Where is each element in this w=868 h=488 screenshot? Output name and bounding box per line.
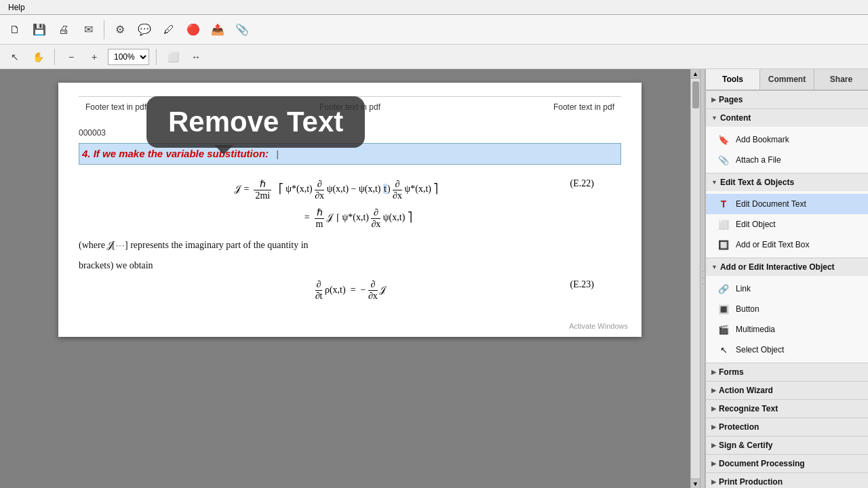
section-action-wizard-header[interactable]: ▶ Action Wizard <box>706 382 868 399</box>
section-recognize-text: ▶ Recognize Text <box>706 400 868 418</box>
add-bookmark-label: Add Bookmark <box>736 135 789 144</box>
interactive-triangle-icon: ▼ <box>711 264 717 270</box>
redact-button[interactable]: 🔴 <box>182 19 204 41</box>
multimedia-icon: 🎬 <box>717 323 730 336</box>
attach-button[interactable]: 📎 <box>231 19 253 41</box>
link-icon: 🔗 <box>717 282 730 296</box>
scroll-thumb[interactable] <box>692 81 699 108</box>
protection-triangle-icon: ▶ <box>711 424 716 430</box>
panel-item-add-bookmark[interactable]: 🔖 Add Bookmark <box>706 129 868 150</box>
eq-number-e22: (E.22) <box>570 178 594 189</box>
section-print-production-label: Print Production <box>719 477 783 487</box>
pdf-scrollbar[interactable]: ▲ ▼ <box>690 69 700 488</box>
attach-file-label: Attach a File <box>736 155 781 165</box>
save-button[interactable]: 💾 <box>28 19 50 41</box>
main-area: Remove Text Footer text in pdf Footer te… <box>0 69 868 488</box>
menu-bar: Help <box>0 0 868 15</box>
email-button[interactable]: ✉ <box>77 19 99 41</box>
section-protection-header[interactable]: ▶ Protection <box>706 418 868 436</box>
right-panel: Tools Comment Share ▶ Pages ▼ Content 🔖 … <box>705 69 868 488</box>
send-button[interactable]: 📤 <box>207 19 229 41</box>
attach-file-icon: 📎 <box>717 153 730 167</box>
zoom-out-button[interactable]: − <box>62 47 81 66</box>
new-button[interactable]: 🗋 <box>4 19 26 41</box>
button-label: Button <box>736 304 760 314</box>
section-recognize-text-label: Recognize Text <box>719 404 778 413</box>
section-pages-header[interactable]: ▶ Pages <box>706 91 868 108</box>
panel-item-edit-doc-text[interactable]: T Edit Document Text <box>706 194 868 214</box>
fit-page-button[interactable]: ⬜ <box>163 47 182 66</box>
settings-button[interactable]: ⚙ <box>109 19 131 41</box>
edit-text-triangle-icon: ▼ <box>711 179 717 186</box>
section-interactive-header[interactable]: ▼ Add or Edit Interactive Object <box>706 258 868 276</box>
section-protection-label: Protection <box>719 422 759 432</box>
secondary-toolbar: ↖ ✋ − + 100% 50% 75% 125% 150% 200% ⬜ ↔ <box>0 45 868 69</box>
panel-item-edit-object[interactable]: ⬜ Edit Object <box>706 214 868 235</box>
pdf-viewer[interactable]: Remove Text Footer text in pdf Footer te… <box>0 69 700 488</box>
document-processing-triangle-icon: ▶ <box>711 460 716 467</box>
menu-help[interactable]: Help <box>5 1 28 14</box>
section-interactive-label: Add or Edit Interactive Object <box>720 262 835 272</box>
panel-item-attach-file[interactable]: 📎 Attach a File <box>706 150 868 170</box>
section-content-body: 🔖 Add Bookmark 📎 Attach a File <box>706 127 868 173</box>
panel-item-select-object[interactable]: ↖ Select Object <box>706 340 868 360</box>
print-button[interactable]: 🖨 <box>53 19 75 41</box>
comment-button[interactable]: 💬 <box>134 19 155 41</box>
recognize-text-triangle-icon: ▶ <box>711 405 716 412</box>
body-text-1: (where 𝒥[⋯] represents the imaginary par… <box>79 238 621 253</box>
section-recognize-text-header[interactable]: ▶ Recognize Text <box>706 400 868 418</box>
select-object-icon: ↖ <box>717 343 730 357</box>
select-tool-button[interactable]: ↖ <box>5 47 24 66</box>
section-interactive: ▼ Add or Edit Interactive Object 🔗 Link … <box>706 258 868 363</box>
tab-tools[interactable]: Tools <box>706 69 760 89</box>
zoom-in-button[interactable]: + <box>85 47 104 66</box>
forms-triangle-icon: ▶ <box>711 369 716 375</box>
pages-triangle-icon: ▶ <box>711 96 716 103</box>
tooltip-text: Remove Text <box>168 106 343 138</box>
panel-item-multimedia[interactable]: 🎬 Multimedia <box>706 319 868 340</box>
section-print-production-header[interactable]: ▶ Print Production <box>706 473 868 488</box>
section-print-production: ▶ Print Production <box>706 473 868 488</box>
link-label: Link <box>736 284 751 293</box>
select-object-label: Select Object <box>736 345 784 354</box>
fit-width-button[interactable]: ↔ <box>186 47 205 66</box>
body-text-2: brackets) we obtain <box>79 258 621 273</box>
section-edit-text: ▼ Edit Text & Objects T Edit Document Te… <box>706 174 868 258</box>
scroll-down-button[interactable]: ▼ <box>691 479 701 488</box>
button-icon: 🔳 <box>717 302 730 316</box>
section-sign-certify-header[interactable]: ▶ Sign & Certify <box>706 436 868 454</box>
section-action-wizard-label: Action Wizard <box>719 386 773 395</box>
tab-share[interactable]: Share <box>814 69 868 89</box>
section-forms-label: Forms <box>719 367 744 377</box>
stamp-button[interactable]: 🖊 <box>158 19 180 41</box>
edit-object-icon: ⬜ <box>717 218 730 231</box>
section-edit-text-label: Edit Text & Objects <box>720 178 794 187</box>
action-wizard-triangle-icon: ▶ <box>711 387 716 394</box>
sign-certify-triangle-icon: ▶ <box>711 442 716 449</box>
panel-item-add-edit-textbox[interactable]: 🔲 Add or Edit Text Box <box>706 235 868 255</box>
panel-item-button[interactable]: 🔳 Button <box>706 299 868 319</box>
watermark: Activate Windows <box>569 322 628 330</box>
section-content-header[interactable]: ▼ Content <box>706 109 868 127</box>
equation-row-e22b: = ℏ m 𝒥 ⎡ ψ*(x,t) ∂ ∂x ψ(x,t) ⎤ <box>79 207 621 230</box>
tab-comment[interactable]: Comment <box>760 69 814 89</box>
zoom-select[interactable]: 100% 50% 75% 125% 150% 200% <box>108 49 149 65</box>
scroll-up-button[interactable]: ▲ <box>691 69 701 79</box>
print-production-triangle-icon: ▶ <box>711 479 716 485</box>
hand-tool-button[interactable]: ✋ <box>28 47 47 66</box>
section-sign-certify: ▶ Sign & Certify <box>706 436 868 455</box>
section-interactive-body: 🔗 Link 🔳 Button 🎬 Multimedia ↖ Select Ob… <box>706 276 868 363</box>
eq-number-e23: (E.23) <box>570 279 594 290</box>
pdf-page: Remove Text Footer text in pdf Footer te… <box>58 83 642 337</box>
section-document-processing-header[interactable]: ▶ Document Processing <box>706 455 868 472</box>
section-forms-header[interactable]: ▶ Forms <box>706 363 868 381</box>
toolbar2-separator-1 <box>54 49 55 65</box>
panel-divider[interactable]: · · · <box>700 69 705 488</box>
bookmark-icon: 🔖 <box>717 133 730 146</box>
panel-item-link[interactable]: 🔗 Link <box>706 279 868 299</box>
section-sign-certify-label: Sign & Certify <box>719 441 772 450</box>
toolbar-separator-1 <box>104 20 104 39</box>
section-edit-text-header[interactable]: ▼ Edit Text & Objects <box>706 174 868 191</box>
section-content-label: Content <box>720 113 751 123</box>
edit-doc-text-label: Edit Document Text <box>736 199 806 209</box>
